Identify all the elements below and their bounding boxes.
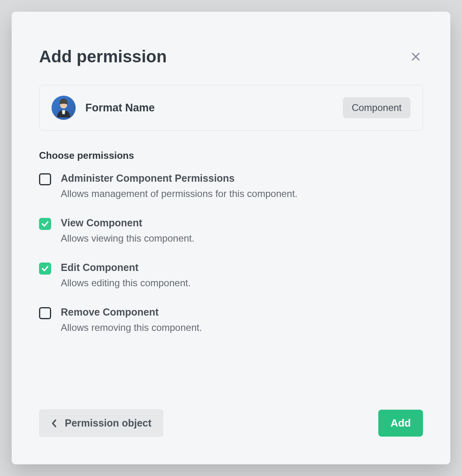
permission-texts: Edit Component Allows editing this compo… bbox=[61, 262, 191, 289]
close-icon bbox=[410, 51, 421, 62]
entity-name: Format Name bbox=[85, 102, 155, 114]
checkbox-remove[interactable] bbox=[39, 307, 51, 319]
checkbox-edit[interactable] bbox=[39, 263, 51, 275]
permission-title: Edit Component bbox=[61, 262, 191, 273]
add-button[interactable]: Add bbox=[378, 410, 423, 437]
back-button[interactable]: Permission object bbox=[39, 409, 163, 437]
chevron-left-icon bbox=[51, 419, 58, 428]
add-permission-modal: Add permission Format Name Component Cho… bbox=[12, 12, 450, 464]
permissions-list: Administer Component Permissions Allows … bbox=[39, 172, 423, 333]
checkbox-view[interactable] bbox=[39, 218, 51, 230]
person-icon bbox=[54, 98, 73, 117]
close-button[interactable] bbox=[408, 49, 423, 64]
permission-title: View Component bbox=[61, 217, 194, 229]
permission-item: View Component Allows viewing this compo… bbox=[39, 217, 423, 244]
avatar bbox=[52, 96, 76, 120]
check-icon bbox=[41, 220, 49, 228]
permission-description: Allows viewing this component. bbox=[61, 233, 194, 244]
permission-description: Allows removing this component. bbox=[61, 322, 202, 333]
modal-title: Add permission bbox=[39, 47, 167, 66]
permission-item: Remove Component Allows removing this co… bbox=[39, 306, 423, 333]
entity-tag: Component bbox=[343, 97, 410, 118]
back-button-label: Permission object bbox=[65, 417, 151, 429]
permission-description: Allows editing this component. bbox=[61, 277, 191, 289]
permission-item: Edit Component Allows editing this compo… bbox=[39, 262, 423, 289]
permission-description: Allows management of permissions for thi… bbox=[61, 188, 297, 199]
permission-texts: View Component Allows viewing this compo… bbox=[61, 217, 194, 244]
permission-title: Remove Component bbox=[61, 306, 202, 318]
checkbox-administer[interactable] bbox=[39, 173, 51, 185]
section-label: Choose permissions bbox=[39, 150, 423, 161]
permission-title: Administer Component Permissions bbox=[61, 172, 297, 184]
modal-footer: Permission object Add bbox=[39, 409, 423, 437]
entity-card: Format Name Component bbox=[39, 85, 423, 131]
permission-texts: Administer Component Permissions Allows … bbox=[61, 172, 297, 199]
modal-header: Add permission bbox=[39, 47, 423, 66]
entity-left: Format Name bbox=[52, 96, 155, 120]
permission-texts: Remove Component Allows removing this co… bbox=[61, 306, 202, 333]
permission-item: Administer Component Permissions Allows … bbox=[39, 172, 423, 199]
check-icon bbox=[41, 265, 49, 273]
